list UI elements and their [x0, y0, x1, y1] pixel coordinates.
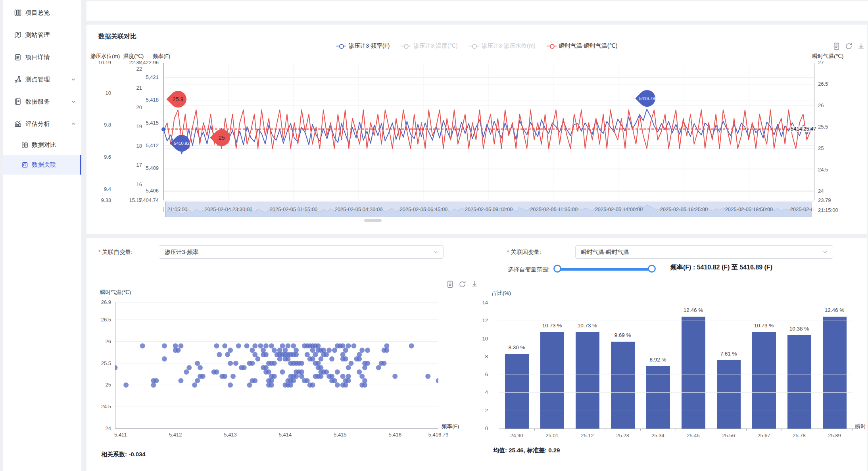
axis-tick-label: 25.5	[818, 124, 846, 130]
legend-symbol	[336, 44, 346, 48]
histogram-bar[interactable]	[505, 354, 529, 429]
scatter-x-axis-name: 频率(F)	[442, 423, 459, 430]
time-axis-label: 2025-02-05 14:00:00	[595, 206, 643, 212]
axis-tick-label: 20	[121, 104, 142, 110]
data-view-icon[interactable]	[446, 280, 454, 288]
correlation-toolbar	[832, 42, 865, 50]
datazoom-handle-right[interactable]	[812, 202, 814, 217]
refresh-icon[interactable]	[458, 280, 467, 288]
legend-item-1[interactable]: 渗压计3-温度(℃)	[401, 42, 457, 50]
histogram-y-tick-label: 10	[472, 336, 488, 342]
datazoom-slider[interactable]: 2025-02-04 21:05:002025-02-04 23:30:0020…	[163, 202, 814, 217]
histogram-gridline	[499, 303, 852, 303]
scatter-x-tick-label: 5,416	[388, 432, 401, 438]
legend-item-0[interactable]: 渗压计3-频率(F)	[336, 42, 390, 50]
histogram-bar-value-label: 9.69 %	[614, 332, 631, 338]
dependent-variable-select[interactable]: 瞬时气温-瞬时气温	[575, 245, 833, 259]
histogram-axis-tick	[746, 429, 747, 431]
histogram-bar[interactable]	[611, 342, 635, 429]
histogram-x-tick-label: 24.90	[510, 433, 523, 438]
axis-name: 频率(F)	[153, 53, 170, 60]
scatter-y-tick-label: 25	[91, 382, 111, 388]
chart-marker-label: 5410.92	[174, 141, 190, 146]
sidebar-subitem-数据对比[interactable]: 数据对比	[3, 135, 81, 155]
histogram-bar[interactable]	[646, 366, 670, 429]
analysis-card: *关联自变量: 渗压计3-频率 *关联因变量: 瞬时气温-瞬时气温 选择自变量范…	[86, 238, 867, 471]
axis-tick-label: 5,422.96	[130, 60, 159, 65]
time-axis-label: 2025-02-05 11:35:00	[530, 206, 578, 212]
range-value-text: 频率(F) : 5410.82 (F) 至 5416.89 (F)	[670, 263, 772, 272]
range-slider-track[interactable]	[557, 268, 652, 271]
axis-tick-label: 27	[818, 60, 846, 65]
sidebar-item-4[interactable]: 数据服务	[3, 90, 81, 113]
histogram-bar[interactable]	[682, 317, 705, 429]
histogram-y-tick-label: 14	[472, 300, 488, 306]
sidebar-item-3[interactable]: 测点管理	[3, 68, 81, 90]
histogram-bar-value-label: 12.46 %	[684, 307, 703, 313]
sidebar-item-label: 数据服务	[25, 98, 50, 106]
scatter-chart-canvas[interactable]	[115, 302, 438, 429]
scatter-x-tick-label: 5,413	[224, 432, 237, 438]
time-axis-label-tail: 21:15:00	[818, 207, 838, 213]
download-icon[interactable]	[857, 42, 865, 50]
histogram-x-tick-label: 25.89	[828, 433, 841, 438]
overview-icon	[14, 9, 22, 17]
histogram-x-tick-label: 25.34	[651, 433, 664, 438]
axis-tick-label: 9.6	[90, 154, 111, 160]
time-axis-label: 2025-02-04 23:30:00	[205, 206, 253, 212]
histogram-y-axis-name: 占比(%)	[492, 290, 511, 297]
sidebar-item-5[interactable]: 评估分析	[3, 113, 81, 135]
scatter-x-tick-label: 5,415	[334, 432, 347, 438]
dependent-variable-value: 瞬时气温-瞬时气温	[581, 248, 629, 256]
time-axis-label: 2025-02-05 21:15:00	[790, 206, 814, 212]
sidebar-subitem-数据关联[interactable]: 数据关联	[3, 155, 81, 175]
histogram-gridline	[499, 375, 852, 375]
axis-tick-label: 5,421	[130, 74, 159, 80]
correlation-coefficient: 相关系数: -0.034	[101, 451, 146, 458]
axis-tick-label: 10.19	[90, 60, 111, 65]
range-slider-handle-right[interactable]	[648, 265, 656, 273]
axis-tick-label: 9.4	[90, 186, 111, 192]
legend-item-2[interactable]: 渗压计3-渗压水位(m)	[469, 42, 536, 50]
axis-tick-label: 26.5	[818, 81, 846, 87]
histogram-axis-tick	[534, 429, 535, 431]
legend-symbol	[469, 44, 479, 48]
range-slider	[557, 265, 652, 273]
chevron-up-icon	[71, 121, 76, 127]
independent-variable-select[interactable]: 渗压计3-频率	[159, 245, 444, 259]
histogram-bar[interactable]	[823, 317, 847, 429]
sidebar-item-0[interactable]: 项目总览	[3, 2, 81, 24]
histogram-bar[interactable]	[752, 332, 776, 429]
time-axis-label: 2025-02-05 01:55:00	[270, 206, 318, 212]
legend-item-3[interactable]: 瞬时气温-瞬时气温(℃)	[547, 42, 618, 50]
refresh-icon[interactable]	[845, 42, 853, 50]
histogram-axis-tick	[570, 429, 570, 431]
legend-label: 渗压计3-温度(℃)	[413, 42, 457, 50]
axis-tick-label: 23.79	[818, 197, 846, 203]
chevron-down-icon	[71, 77, 76, 82]
datazoom-handle-left[interactable]	[163, 202, 166, 217]
axis-line	[163, 63, 164, 200]
axis-tick-label: 22	[121, 66, 142, 72]
axis-tick-label: 9.33	[90, 197, 111, 203]
histogram-bar[interactable]	[576, 332, 599, 429]
range-slider-handle-left[interactable]	[553, 265, 561, 273]
scatter-x-tick-label: 5,411	[114, 432, 127, 438]
histogram-x-tick-label: 25.12	[581, 433, 594, 438]
range-label: 选择自变量范围:	[508, 265, 550, 274]
histogram-bar[interactable]	[787, 335, 811, 429]
histogram-chart-canvas[interactable]	[499, 303, 852, 429]
histogram-bar[interactable]	[717, 360, 741, 429]
horizontal-scrollbar-thumb[interactable]	[364, 219, 382, 222]
data-view-icon[interactable]	[832, 42, 841, 50]
sidebar-item-2[interactable]: 项目详情	[3, 46, 81, 68]
download-icon[interactable]	[470, 280, 479, 288]
correlation-chart-canvas[interactable]	[163, 63, 814, 200]
histogram-bar[interactable]	[540, 332, 564, 429]
markline-start-dot	[161, 127, 165, 131]
sidebar-item-1[interactable]: 测站管理	[3, 24, 81, 46]
station-icon	[14, 31, 22, 39]
project-detail-icon	[14, 53, 22, 61]
axis-tick-label: 5,412	[130, 142, 159, 148]
analysis-icon	[14, 120, 22, 128]
